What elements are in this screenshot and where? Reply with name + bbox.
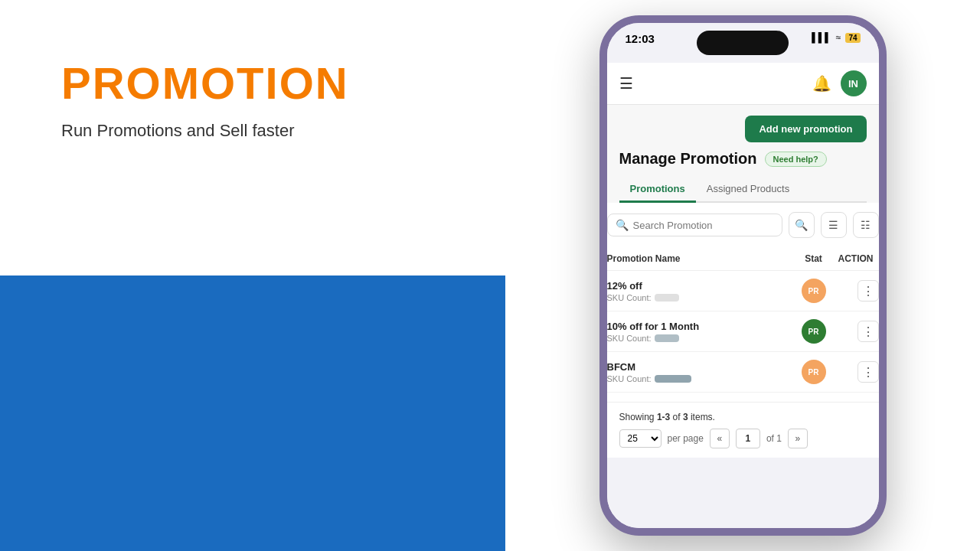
per-page-label: per page [668, 433, 704, 444]
phone-device: 12:03 ▌▌▌ ≈ 74 ☰ 🔔 IN Add new promotion [599, 15, 887, 536]
promo-name-1: 12% off [607, 280, 795, 292]
manage-title: Manage Promotion [619, 150, 757, 168]
sku-count-3: SKU Count: [607, 374, 795, 383]
row-name-col: 12% off SKU Count: [607, 280, 795, 302]
top-nav: ☰ 🔔 IN [607, 63, 879, 105]
content-area: Add new promotion Manage Promotion Need … [607, 105, 879, 203]
status-badge-2[interactable]: PR [802, 319, 826, 344]
of-pages-label: of 1 [766, 433, 782, 444]
status-badge-1[interactable]: PR [802, 279, 826, 303]
row-status-3: PR [795, 360, 833, 384]
more-options-button-1[interactable]: ⋮ [858, 280, 879, 302]
table-row: 12% off SKU Count: PR ⋮ [607, 271, 879, 311]
need-help-badge[interactable]: Need help? [765, 152, 827, 167]
sku-pill-1 [655, 294, 679, 302]
bell-icon[interactable]: 🔔 [812, 74, 831, 93]
total-count: 3 [683, 412, 688, 422]
tab-assigned-products[interactable]: Assigned Products [696, 177, 800, 203]
battery-badge: 74 [845, 33, 860, 43]
promo-name-3: BFCM [607, 361, 795, 373]
row-status-1: PR [795, 279, 833, 303]
status-icons: ▌▌▌ ≈ 74 [812, 32, 860, 43]
search-bar: 🔍 🔍 ☰ ☷ [607, 212, 879, 238]
table-row: 10% off for 1 Month SKU Count: PR ⋮ [607, 311, 879, 352]
page-size-select[interactable]: 25 50 100 [619, 429, 662, 448]
table-header: Promotion Name Stat ACTION [607, 247, 879, 271]
row-action-3: ⋮ [833, 361, 879, 383]
pagination-area: Showing 1-3 of 3 items. 25 50 100 per pa… [607, 402, 879, 458]
add-new-promotion-button[interactable]: Add new promotion [745, 116, 866, 142]
search-icon: 🔍 [616, 219, 629, 231]
status-badge-3[interactable]: PR [802, 360, 826, 384]
status-time: 12:03 [626, 32, 655, 45]
card-area: 🔍 🔍 ☰ ☷ Promotion Name Stat ACTION [607, 203, 879, 402]
sku-pill-3 [655, 375, 691, 383]
last-page-button[interactable]: » [788, 429, 808, 448]
row-action-1: ⋮ [833, 280, 879, 302]
th-promotion-name: Promotion Name [607, 253, 795, 264]
row-name-col: BFCM SKU Count: [607, 361, 795, 383]
row-status-2: PR [795, 319, 833, 344]
sku-pill-2 [655, 334, 679, 342]
nav-right: 🔔 IN [812, 70, 867, 96]
page-hero-subtitle: Run Promotions and Sell faster [61, 121, 459, 141]
columns-button[interactable]: ☷ [853, 212, 879, 238]
manage-header: Manage Promotion Need help? [619, 150, 867, 168]
app-content: ☰ 🔔 IN Add new promotion Manage Promotio… [607, 63, 879, 528]
wifi-icon: ≈ [836, 32, 841, 43]
tabs-container: Promotions Assigned Products [619, 177, 867, 203]
search-submit-button[interactable]: 🔍 [789, 212, 815, 238]
search-input-wrap: 🔍 [607, 214, 782, 236]
th-action: ACTION [833, 253, 879, 264]
showing-text: Showing 1-3 of 3 items. [619, 412, 867, 422]
page-hero-title: PROMOTION [61, 61, 459, 106]
first-page-button[interactable]: « [710, 429, 730, 448]
table-row: BFCM SKU Count: PR ⋮ [607, 352, 879, 393]
hamburger-icon[interactable]: ☰ [619, 74, 633, 93]
more-options-button-3[interactable]: ⋮ [858, 361, 879, 383]
current-page-number: 1 [736, 429, 760, 448]
row-action-2: ⋮ [833, 321, 879, 342]
showing-range: 1-3 [657, 412, 670, 422]
signal-icon: ▌▌▌ [812, 32, 831, 43]
phone-frame-container: 12:03 ▌▌▌ ≈ 74 ☰ 🔔 IN Add new promotion [505, 0, 980, 551]
th-status: Stat [795, 253, 833, 264]
sku-count-1: SKU Count: [607, 293, 795, 302]
row-name-col: 10% off for 1 Month SKU Count: [607, 321, 795, 343]
promo-name-2: 10% off for 1 Month [607, 321, 795, 332]
pagination-controls: 25 50 100 per page « 1 of 1 » [619, 429, 867, 448]
dynamic-island [697, 31, 789, 55]
search-input[interactable] [633, 220, 774, 231]
user-avatar[interactable]: IN [841, 70, 867, 96]
tab-promotions[interactable]: Promotions [619, 177, 696, 203]
filter-button[interactable]: ☰ [821, 212, 847, 238]
more-options-button-2[interactable]: ⋮ [858, 321, 879, 342]
sku-count-2: SKU Count: [607, 334, 795, 343]
